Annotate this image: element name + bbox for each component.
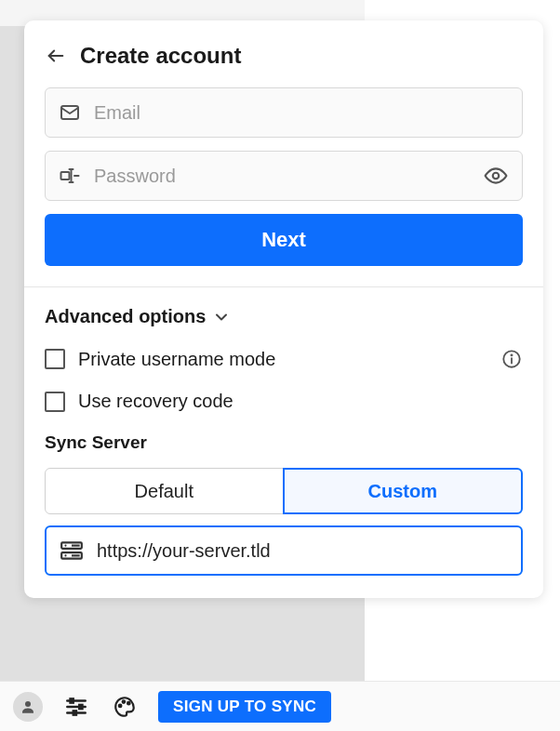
chevron-down-icon xyxy=(211,307,232,327)
email-field-wrapper[interactable] xyxy=(45,87,523,138)
recovery-code-label: Use recovery code xyxy=(78,391,523,412)
panel-top: Create account Next xyxy=(24,20,543,286)
palette-icon[interactable] xyxy=(110,692,140,722)
password-cursor-icon xyxy=(59,165,81,187)
advanced-options-title: Advanced options xyxy=(45,306,206,327)
back-arrow-icon[interactable] xyxy=(45,45,67,67)
svg-rect-2 xyxy=(61,172,70,179)
create-account-panel: Create account Next xyxy=(24,20,543,598)
title-row: Create account xyxy=(45,43,523,69)
next-button[interactable]: Next xyxy=(45,214,523,266)
password-field-wrapper[interactable] xyxy=(45,151,523,201)
svg-rect-20 xyxy=(79,704,82,708)
svg-point-5 xyxy=(493,173,500,179)
sync-server-custom-tab[interactable]: Custom xyxy=(283,468,524,514)
private-username-label: Private username mode xyxy=(78,349,487,370)
svg-point-23 xyxy=(123,700,126,703)
private-username-checkbox[interactable] xyxy=(45,349,65,369)
sync-server-default-tab[interactable]: Default xyxy=(45,468,284,514)
sync-server-segmented: Default Custom xyxy=(45,468,523,514)
svg-rect-21 xyxy=(73,711,76,714)
svg-point-15 xyxy=(25,701,31,707)
svg-point-22 xyxy=(119,704,122,707)
svg-point-24 xyxy=(127,701,130,704)
svg-rect-19 xyxy=(71,698,73,702)
recovery-code-row: Use recovery code xyxy=(45,391,523,412)
info-icon[interactable] xyxy=(500,348,523,370)
private-username-row: Private username mode xyxy=(45,348,523,370)
email-input[interactable] xyxy=(94,102,509,124)
avatar-button[interactable] xyxy=(13,692,43,722)
advanced-section: Advanced options Private username mode U… xyxy=(24,287,543,598)
server-icon xyxy=(60,538,84,563)
advanced-options-toggle[interactable]: Advanced options xyxy=(45,306,523,327)
eye-icon[interactable] xyxy=(483,163,509,189)
svg-point-11 xyxy=(64,545,66,547)
sync-server-url-wrapper[interactable] xyxy=(45,525,523,576)
svg-point-12 xyxy=(64,554,66,556)
sign-up-to-sync-button[interactable]: SIGN UP TO SYNC xyxy=(158,691,331,723)
page-title: Create account xyxy=(80,43,241,69)
password-input[interactable] xyxy=(94,166,470,187)
bottom-toolbar: SIGN UP TO SYNC xyxy=(0,681,560,731)
recovery-code-checkbox[interactable] xyxy=(45,392,65,412)
mail-icon xyxy=(59,101,81,124)
svg-point-8 xyxy=(511,354,512,355)
sync-server-url-input[interactable] xyxy=(97,540,508,562)
tune-icon[interactable] xyxy=(61,692,91,722)
sync-server-title: Sync Server xyxy=(45,432,523,453)
